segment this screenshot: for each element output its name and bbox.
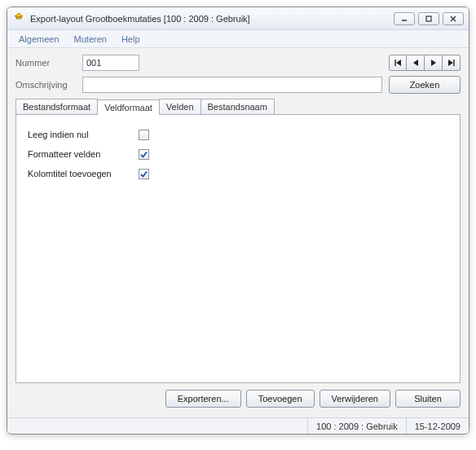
- omschrijving-label: Omschrijving: [15, 80, 82, 90]
- tab-bestandsformaat[interactable]: Bestandsformaat: [15, 99, 98, 114]
- nav-prev-button[interactable]: [407, 55, 425, 71]
- kolomtitel-toevoegen-label: Kolomtitel toevoegen: [28, 169, 139, 179]
- tab-veldformaat[interactable]: Veldformaat: [97, 99, 160, 115]
- titlebar: Export-layout Grootboekmutaties [100 : 2…: [7, 7, 469, 30]
- svg-marker-9: [448, 60, 453, 66]
- close-button[interactable]: [443, 12, 464, 25]
- tab-panel-veldformaat: Leeg indien nul Formatteer velden Kolomt…: [15, 114, 461, 383]
- leeg-indien-nul-checkbox[interactable]: [139, 130, 149, 140]
- sluiten-button[interactable]: Sluiten: [395, 390, 461, 408]
- menu-help[interactable]: Help: [115, 33, 147, 46]
- zoeken-button[interactable]: Zoeken: [389, 76, 461, 94]
- nummer-input[interactable]: [82, 55, 139, 71]
- nav-first-button[interactable]: [389, 55, 407, 71]
- status-context: 100 : 2009 : Gebruik: [307, 418, 406, 434]
- statusbar: 100 : 2009 : Gebruik 15-12-2009: [7, 417, 469, 434]
- formatteer-velden-checkbox[interactable]: [139, 149, 149, 160]
- formatteer-velden-row: Formatteer velden: [28, 144, 448, 164]
- exporteren-button[interactable]: Exporteren...: [165, 390, 241, 408]
- omschrijving-row: Omschrijving Zoeken: [15, 76, 461, 94]
- nav-next-button[interactable]: [425, 55, 443, 71]
- menu-algemeen[interactable]: Algemeen: [12, 33, 66, 46]
- nummer-label: Nummer: [15, 58, 82, 68]
- formatteer-velden-label: Formatteer velden: [28, 149, 139, 159]
- minimize-button[interactable]: [394, 12, 415, 25]
- svg-rect-2: [426, 16, 431, 21]
- omschrijving-input[interactable]: [82, 77, 382, 93]
- tab-bestandsnaam[interactable]: Bestandsnaam: [201, 99, 275, 114]
- record-nav: [389, 55, 461, 71]
- svg-marker-7: [413, 60, 418, 66]
- window: Export-layout Grootboekmutaties [100 : 2…: [7, 7, 469, 435]
- client-area: Nummer Omschrijving Zoeken Bestandsforma…: [7, 48, 469, 417]
- app-icon: [12, 12, 25, 25]
- bottom-buttons: Exporteren... Toevoegen Verwijderen Slui…: [15, 383, 461, 412]
- window-title: Export-layout Grootboekmutaties [100 : 2…: [30, 14, 394, 24]
- status-date: 15-12-2009: [406, 418, 469, 434]
- window-controls: [394, 12, 464, 25]
- tab-velden[interactable]: Velden: [159, 99, 201, 114]
- svg-marker-6: [396, 60, 401, 66]
- kolomtitel-toevoegen-row: Kolomtitel toevoegen: [28, 164, 448, 183]
- svg-marker-8: [431, 60, 436, 66]
- nummer-row: Nummer: [15, 55, 461, 71]
- maximize-button[interactable]: [418, 12, 439, 25]
- menubar: Algemeen Muteren Help: [7, 30, 469, 48]
- leeg-indien-nul-label: Leeg indien nul: [28, 130, 139, 139]
- toevoegen-button[interactable]: Toevoegen: [246, 390, 315, 408]
- svg-rect-0: [16, 17, 21, 19]
- verwijderen-button[interactable]: Verwijderen: [320, 390, 390, 408]
- leeg-indien-nul-row: Leeg indien nul: [28, 125, 448, 144]
- menu-muteren[interactable]: Muteren: [68, 33, 113, 46]
- nav-last-button[interactable]: [443, 55, 461, 71]
- tabstrip: Bestandsformaat Veldformaat Velden Besta…: [15, 99, 461, 114]
- kolomtitel-toevoegen-checkbox[interactable]: [139, 169, 149, 179]
